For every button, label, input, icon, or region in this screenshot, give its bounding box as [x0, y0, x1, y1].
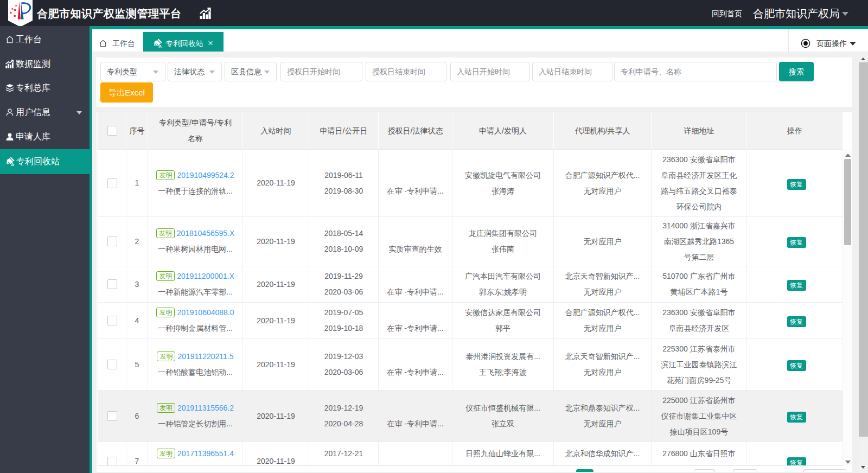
- svg-text:A: A: [11, 162, 14, 167]
- svg-text:A: A: [158, 44, 162, 48]
